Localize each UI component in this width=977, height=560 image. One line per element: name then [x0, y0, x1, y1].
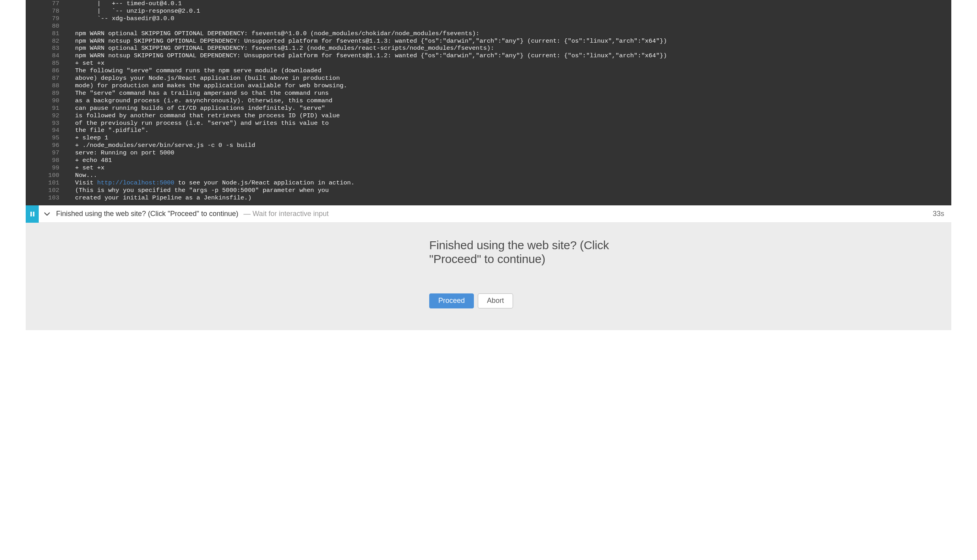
- line-number: 97: [26, 149, 75, 157]
- console-line: 82npm WARN notsup SKIPPING OPTIONAL DEPE…: [26, 38, 936, 45]
- line-number: 92: [26, 112, 75, 120]
- line-number: 94: [26, 127, 75, 134]
- line-text: npm WARN notsup SKIPPING OPTIONAL DEPEND…: [75, 38, 936, 45]
- line-number: 91: [26, 105, 75, 112]
- console-rows: 77 | +-- timed-out@4.0.178 | `-- unzip-r…: [26, 0, 951, 201]
- console-line: 83npm WARN optional SKIPPING OPTIONAL DE…: [26, 45, 936, 52]
- line-text: (This is why you specified the "args -p …: [75, 187, 936, 194]
- line-number: 93: [26, 120, 75, 127]
- line-text: The following "serve" command runs the n…: [75, 67, 936, 75]
- console-line: 96+ ./node_modules/serve/bin/serve.js -c…: [26, 142, 936, 149]
- line-text: `-- xdg-basedir@3.0.0: [75, 15, 936, 23]
- console-line: 103created your initial Pipeline as a Je…: [26, 194, 936, 202]
- line-text: npm WARN notsup SKIPPING OPTIONAL DEPEND…: [75, 52, 936, 60]
- line-text: above) deploys your Node.js/React applic…: [75, 75, 936, 82]
- console-line: 78 | `-- unzip-response@2.0.1: [26, 8, 936, 15]
- line-text: + echo 481: [75, 157, 936, 164]
- console-line: 102(This is why you specified the "args …: [26, 187, 936, 194]
- line-text: + sleep 1: [75, 134, 936, 142]
- line-text: created your initial Pipeline as a Jenki…: [75, 194, 936, 202]
- line-text: npm WARN optional SKIPPING OPTIONAL DEPE…: [75, 45, 936, 52]
- console-line: 81npm WARN optional SKIPPING OPTIONAL DE…: [26, 30, 936, 38]
- console-output-panel: 77 | +-- timed-out@4.0.178 | `-- unzip-r…: [26, 0, 951, 205]
- svg-rect-0: [30, 212, 32, 216]
- console-line: 88mode) for production and makes the app…: [26, 82, 936, 90]
- console-line: 86The following "serve" command runs the…: [26, 67, 936, 75]
- line-number: 99: [26, 164, 75, 172]
- line-number: 88: [26, 82, 75, 90]
- proceed-button[interactable]: Proceed: [429, 293, 474, 308]
- line-number: 87: [26, 75, 75, 82]
- line-number: 79: [26, 15, 75, 23]
- line-text: Visit http://localhost:5000 to see your …: [75, 179, 936, 187]
- pause-icon: [30, 211, 35, 217]
- line-number: 81: [26, 30, 75, 38]
- prompt-button-row: Proceed Abort: [429, 293, 627, 308]
- console-line: 85+ set +x: [26, 60, 936, 67]
- line-text: | `-- unzip-response@2.0.1: [75, 8, 936, 15]
- step-subtitle: Wait for interactive input: [253, 210, 328, 218]
- line-number: 84: [26, 52, 75, 60]
- console-line: 77 | +-- timed-out@4.0.1: [26, 0, 936, 8]
- input-prompt-panel: Finished using the web site? (Click "Pro…: [26, 223, 951, 330]
- console-line: 80: [26, 23, 936, 30]
- step-status-indicator: [26, 205, 39, 223]
- console-line: 91can pause running builds of CI/CD appl…: [26, 105, 936, 112]
- console-line: 98+ echo 481: [26, 157, 936, 164]
- console-line: 90as a background process (i.e. asynchro…: [26, 97, 936, 105]
- line-text: of the previously run process (i.e. "ser…: [75, 120, 936, 127]
- console-line: 79 `-- xdg-basedir@3.0.0: [26, 15, 936, 23]
- line-text: can pause running builds of CI/CD applic…: [75, 105, 936, 112]
- line-text: serve: Running on port 5000: [75, 149, 936, 157]
- line-number: 100: [26, 172, 75, 179]
- line-text: | +-- timed-out@4.0.1: [75, 0, 936, 8]
- console-line: 100Now...: [26, 172, 936, 179]
- line-text: is followed by another command that retr…: [75, 112, 936, 120]
- line-text: Now...: [75, 172, 936, 179]
- console-line: 97serve: Running on port 5000: [26, 149, 936, 157]
- prompt-heading: Finished using the web site? (Click "Pro…: [429, 239, 627, 266]
- console-line: 94the file ".pidfile".: [26, 127, 936, 134]
- line-text: npm WARN optional SKIPPING OPTIONAL DEPE…: [75, 30, 936, 38]
- line-text: + ./node_modules/serve/bin/serve.js -c 0…: [75, 142, 936, 149]
- line-number: 103: [26, 194, 75, 202]
- line-text: + set +x: [75, 60, 936, 67]
- abort-button[interactable]: Abort: [478, 293, 513, 308]
- line-text: mode) for production and makes the appli…: [75, 82, 936, 90]
- step-duration: 33s: [933, 210, 944, 218]
- line-number: 85: [26, 60, 75, 67]
- step-header-bar[interactable]: Finished using the web site? (Click "Pro…: [26, 205, 951, 223]
- line-number: 78: [26, 8, 75, 15]
- line-number: 80: [26, 23, 75, 30]
- line-number: 96: [26, 142, 75, 149]
- console-line: 92is followed by another command that re…: [26, 112, 936, 120]
- line-text: the file ".pidfile".: [75, 127, 936, 134]
- console-line: 84npm WARN notsup SKIPPING OPTIONAL DEPE…: [26, 52, 936, 60]
- line-number: 98: [26, 157, 75, 164]
- step-title: Finished using the web site? (Click "Pro…: [56, 210, 238, 218]
- line-number: 82: [26, 38, 75, 45]
- console-line: 93of the previously run process (i.e. "s…: [26, 120, 936, 127]
- line-text: The "serve" command has a trailing amper…: [75, 90, 936, 97]
- line-number: 90: [26, 97, 75, 105]
- line-number: 101: [26, 179, 75, 187]
- line-number: 83: [26, 45, 75, 52]
- step-subtitle-separator: —: [241, 210, 253, 218]
- line-number: 95: [26, 134, 75, 142]
- line-number: 102: [26, 187, 75, 194]
- console-line: 99+ set +x: [26, 164, 936, 172]
- console-line: 101Visit http://localhost:5000 to see yo…: [26, 179, 936, 187]
- line-number: 89: [26, 90, 75, 97]
- line-number: 77: [26, 0, 75, 8]
- console-line: 89The "serve" command has a trailing amp…: [26, 90, 936, 97]
- svg-rect-1: [33, 212, 34, 216]
- line-text: + set +x: [75, 164, 936, 172]
- chevron-down-icon[interactable]: [41, 211, 53, 217]
- console-link[interactable]: http://localhost:5000: [97, 179, 174, 186]
- line-text: as a background process (i.e. asynchrono…: [75, 97, 936, 105]
- console-line: 87above) deploys your Node.js/React appl…: [26, 75, 936, 82]
- line-number: 86: [26, 67, 75, 75]
- console-line: 95+ sleep 1: [26, 134, 936, 142]
